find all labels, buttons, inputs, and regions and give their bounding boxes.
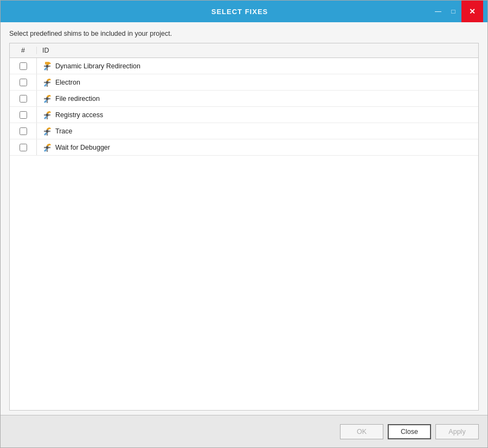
close-title-button[interactable]: ✕ (461, 1, 483, 22)
table-row[interactable]: Electron (10, 74, 478, 91)
svg-point-18 (46, 146, 49, 149)
table-body: Dynamic Library Redirection (10, 58, 478, 410)
table-row[interactable]: Registry access (10, 107, 478, 123)
table-row[interactable]: Trace (10, 123, 478, 139)
row-label-1: Dynamic Library Redirection (37, 61, 478, 71)
checkbox-file-redirection[interactable] (20, 95, 27, 103)
maximize-button[interactable]: □ (446, 4, 460, 18)
svg-point-3 (46, 65, 49, 67)
tool-icon-5 (42, 126, 52, 136)
column-id: ID (37, 47, 478, 54)
checkbox-registry-access[interactable] (20, 111, 27, 119)
dialog-footer: OK Close Apply (1, 415, 487, 447)
row-text-1: Dynamic Library Redirection (55, 62, 140, 70)
ok-button[interactable]: OK (340, 424, 383, 439)
subtitle-text: Select predefined shims to be included i… (9, 30, 479, 37)
row-label-2: Electron (37, 78, 478, 87)
svg-point-9 (46, 97, 49, 100)
title-bar-controls: — □ ✕ (431, 1, 483, 22)
close-button[interactable]: Close (388, 424, 431, 439)
svg-point-12 (46, 113, 49, 116)
tool-icon-6 (42, 143, 52, 152)
row-text-4: Registry access (55, 111, 103, 119)
row-checkbox-2[interactable] (10, 74, 37, 90)
dialog-title: SELECT FIXES (48, 8, 431, 16)
row-checkbox-5[interactable] (10, 123, 37, 139)
svg-point-6 (46, 81, 49, 84)
column-hash: # (10, 47, 37, 54)
row-text-6: Wait for Debugger (55, 144, 110, 151)
checkbox-electron[interactable] (20, 79, 27, 86)
row-label-3: File redirection (37, 94, 478, 104)
table-row[interactable]: File redirection (10, 91, 478, 107)
checkbox-wait-for-debugger[interactable] (20, 144, 27, 151)
row-checkbox-3[interactable] (10, 91, 37, 106)
svg-point-15 (46, 130, 49, 132)
apply-button[interactable]: Apply (435, 424, 479, 439)
table-row[interactable]: Dynamic Library Redirection (10, 58, 478, 74)
table-row[interactable]: Wait for Debugger (10, 139, 478, 156)
row-checkbox-1[interactable] (10, 58, 37, 74)
content-area: Select predefined shims to be included i… (1, 22, 487, 415)
tool-icon-4 (42, 110, 52, 120)
checkbox-dynamic-library[interactable] (20, 62, 27, 70)
row-checkbox-4[interactable] (10, 107, 37, 123)
title-bar: SELECT FIXES — □ ✕ (1, 1, 487, 22)
fixes-table: # ID (9, 43, 479, 411)
select-fixes-dialog: SELECT FIXES — □ ✕ Select predefined shi… (0, 0, 488, 448)
row-checkbox-6[interactable] (10, 139, 37, 155)
row-label-4: Registry access (37, 110, 478, 120)
minimize-button[interactable]: — (431, 4, 445, 18)
row-text-2: Electron (55, 79, 80, 86)
tool-icon-2 (42, 78, 52, 87)
checkbox-trace[interactable] (20, 127, 27, 135)
tool-icon-1 (42, 61, 52, 71)
row-text-3: File redirection (55, 95, 100, 103)
row-label-5: Trace (37, 126, 478, 136)
tool-icon-3 (42, 94, 52, 104)
table-header: # ID (10, 43, 478, 58)
row-text-5: Trace (55, 127, 73, 135)
row-label-6: Wait for Debugger (37, 143, 478, 152)
